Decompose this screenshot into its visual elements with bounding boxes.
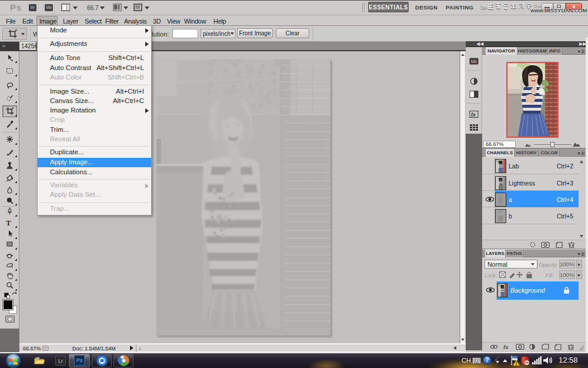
svg-text:Mb: Mb (471, 59, 477, 64)
svg-text:fx: fx (471, 112, 476, 118)
svg-text:fx: fx (503, 344, 509, 350)
